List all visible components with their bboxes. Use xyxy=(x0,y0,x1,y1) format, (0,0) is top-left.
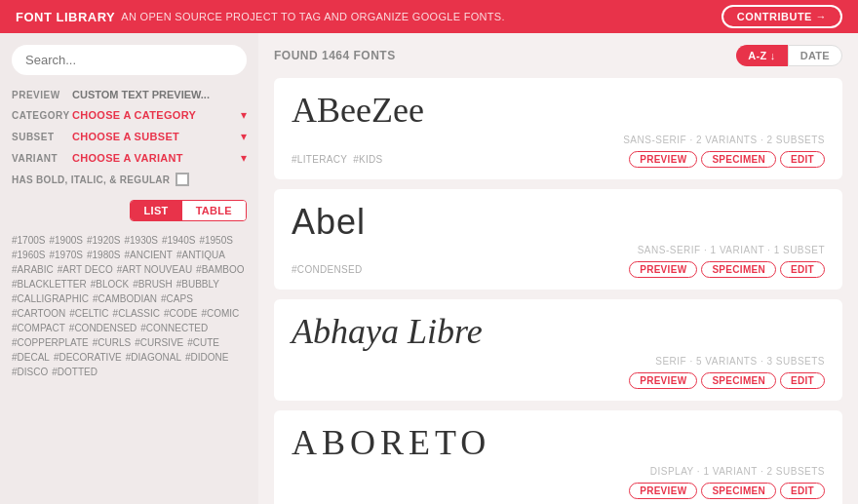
category-label: CATEGORY xyxy=(12,110,72,121)
tags-area: #1700S#1900S#1920S#1930S#1940S#1950S#196… xyxy=(12,235,247,377)
tag-item[interactable]: #1920S xyxy=(87,235,120,246)
tag-item[interactable]: #CELTIC xyxy=(69,308,108,319)
tag-item[interactable]: #1930S xyxy=(124,235,157,246)
specimen-button[interactable]: SPECIMEN xyxy=(701,151,776,168)
preview-input[interactable] xyxy=(72,89,247,100)
tag-item[interactable]: #CURLS xyxy=(93,337,131,348)
category-filter-row[interactable]: CATEGORY CHOOSE A CATEGORY ▾ xyxy=(12,108,247,122)
tag-item[interactable]: #DECORATIVE xyxy=(54,352,122,363)
tag-item[interactable]: #CAMBODIAN xyxy=(93,293,157,304)
app-subtitle: AN OPEN SOURCE PROJECT TO TAG AND ORGANI… xyxy=(121,11,505,22)
tag-item[interactable]: #BLOCK xyxy=(91,279,129,290)
subset-select[interactable]: CHOOSE A SUBSET ▾ xyxy=(72,130,247,143)
font-tag[interactable]: #KIDS xyxy=(353,154,382,165)
preview-button[interactable]: PREVIEW xyxy=(629,261,697,278)
tag-item[interactable]: #DECAL xyxy=(12,352,50,363)
font-name: ABORETO xyxy=(292,424,825,463)
preview-button[interactable]: PREVIEW xyxy=(629,372,697,389)
tag-item[interactable]: #CAPS xyxy=(161,293,193,304)
tag-item[interactable]: #ART NOUVEAU xyxy=(117,264,192,275)
table-view-button[interactable]: TABLE xyxy=(182,201,246,220)
font-card: ABeeZeeSANS-SERIF · 2 VARIANTS · 2 SUBSE… xyxy=(274,78,842,179)
preview-button[interactable]: PREVIEW xyxy=(629,483,697,499)
font-meta: SANS-SERIF · 2 VARIANTS · 2 SUBSETS xyxy=(292,135,825,145)
font-meta: SANS-SERIF · 1 VARIANT · 1 SUBSET xyxy=(292,245,825,255)
tag-item[interactable]: #1700S xyxy=(12,235,45,246)
tag-item[interactable]: #DOTTED xyxy=(52,367,98,377)
variant-filter-row[interactable]: VARIANT CHOOSE A VARIANT ▾ xyxy=(12,151,247,165)
tag-item[interactable]: #DISCO xyxy=(12,367,48,377)
font-meta: SERIF · 5 VARIANTS · 3 SUBSETS xyxy=(292,356,825,367)
content-area: FOUND 1464 FONTS A-Z ↓ DATE ABeeZeeSANS-… xyxy=(258,33,858,504)
edit-button[interactable]: EDIT xyxy=(780,483,825,499)
font-card: Abhaya LibreSERIF · 5 VARIANTS · 3 SUBSE… xyxy=(274,299,842,401)
contribute-button[interactable]: CONTRIBUTE → xyxy=(722,5,842,28)
header-left: FONT LIBRARY AN OPEN SOURCE PROJECT TO T… xyxy=(16,10,505,24)
edit-button[interactable]: EDIT xyxy=(780,372,825,389)
tag-item[interactable]: #DIDONE xyxy=(185,352,228,363)
subset-label: SUBSET xyxy=(12,132,72,142)
font-card-bottom: #CONDENSEDPREVIEWSPECIMENEDIT xyxy=(292,261,825,278)
tag-item[interactable]: #BAMBOO xyxy=(196,264,244,275)
tag-item[interactable]: #CLASSIC xyxy=(113,308,160,319)
tag-item[interactable]: #CODE xyxy=(164,308,197,319)
tag-item[interactable]: #CURSIVE xyxy=(135,337,183,348)
list-view-button[interactable]: LIST xyxy=(131,201,182,220)
category-select[interactable]: CHOOSE A CATEGORY ▾ xyxy=(72,108,247,122)
tag-item[interactable]: #1940S xyxy=(162,235,195,246)
font-tag[interactable]: #LITERACY xyxy=(292,154,347,165)
tag-item[interactable]: #1980S xyxy=(87,250,120,260)
font-card-bottom: #LITERACY#KIDSPREVIEWSPECIMENEDIT xyxy=(292,151,825,168)
font-card: AbelSANS-SERIF · 1 VARIANT · 1 SUBSET#CO… xyxy=(274,189,842,291)
tag-item[interactable]: #CONDENSED xyxy=(69,323,136,333)
font-tags: #LITERACY#KIDS xyxy=(292,154,383,165)
tag-item[interactable]: #1900S xyxy=(49,235,82,246)
edit-button[interactable]: EDIT xyxy=(780,151,825,168)
tag-item[interactable]: #COPPERPLATE xyxy=(12,337,89,348)
tag-item[interactable]: #ANCIENT xyxy=(124,250,172,260)
tag-item[interactable]: #CONNECTED xyxy=(140,323,208,333)
sort-buttons: A-Z ↓ DATE xyxy=(736,45,842,66)
tag-item[interactable]: #BRUSH xyxy=(133,279,173,290)
specimen-button[interactable]: SPECIMEN xyxy=(701,483,776,499)
tag-item[interactable]: #1960S xyxy=(12,250,45,260)
subset-chevron-icon: ▾ xyxy=(241,130,247,143)
main-layout: PREVIEW CATEGORY CHOOSE A CATEGORY ▾ SUB… xyxy=(0,33,858,504)
sort-az-button[interactable]: A-Z ↓ xyxy=(736,45,787,66)
variant-label: VARIANT xyxy=(12,153,72,164)
tag-item[interactable]: #ART DECO xyxy=(58,264,113,275)
tag-item[interactable]: #ARABIC xyxy=(12,264,54,275)
sort-date-button[interactable]: DATE xyxy=(788,45,842,66)
tag-item[interactable]: #CUTE xyxy=(187,337,219,348)
font-meta: DISPLAY · 1 VARIANT · 2 SUBSETS xyxy=(292,466,825,477)
font-actions: PREVIEWSPECIMENEDIT xyxy=(629,151,825,168)
app-title: FONT LIBRARY xyxy=(16,10,115,24)
font-name: ABeeZee xyxy=(292,92,825,131)
tag-item[interactable]: #BLACKLETTER xyxy=(12,279,87,290)
category-select-text: CHOOSE A CATEGORY xyxy=(72,109,196,121)
font-card-bottom: PREVIEWSPECIMENEDIT xyxy=(292,372,825,389)
font-tags: #CONDENSED xyxy=(292,264,362,275)
specimen-button[interactable]: SPECIMEN xyxy=(701,372,776,389)
content-header: FOUND 1464 FONTS A-Z ↓ DATE xyxy=(274,45,842,66)
tag-item[interactable]: #ANTIQUA xyxy=(176,250,225,260)
tag-item[interactable]: #COMPACT xyxy=(12,323,65,333)
edit-button[interactable]: EDIT xyxy=(780,261,825,278)
has-bold-row: HAS BOLD, ITALIC, & REGULAR xyxy=(12,173,247,186)
preview-button[interactable]: PREVIEW xyxy=(629,151,697,168)
subset-filter-row[interactable]: SUBSET CHOOSE A SUBSET ▾ xyxy=(12,130,247,143)
tag-item[interactable]: #1970S xyxy=(49,250,82,260)
tag-item[interactable]: #COMIC xyxy=(201,308,239,319)
header: FONT LIBRARY AN OPEN SOURCE PROJECT TO T… xyxy=(0,0,858,33)
tag-item[interactable]: #DIAGONAL xyxy=(126,352,181,363)
tag-item[interactable]: #1950S xyxy=(199,235,232,246)
tag-item[interactable]: #CARTOON xyxy=(12,308,65,319)
tag-item[interactable]: #CALLIGRAPHIC xyxy=(12,293,89,304)
variant-select[interactable]: CHOOSE A VARIANT ▾ xyxy=(72,151,247,165)
tag-item[interactable]: #BUBBLY xyxy=(176,279,219,290)
font-tag[interactable]: #CONDENSED xyxy=(292,264,362,275)
has-bold-checkbox[interactable] xyxy=(176,173,189,186)
preview-filter-row: PREVIEW xyxy=(12,89,247,100)
search-input[interactable] xyxy=(12,45,247,75)
specimen-button[interactable]: SPECIMEN xyxy=(701,261,776,278)
